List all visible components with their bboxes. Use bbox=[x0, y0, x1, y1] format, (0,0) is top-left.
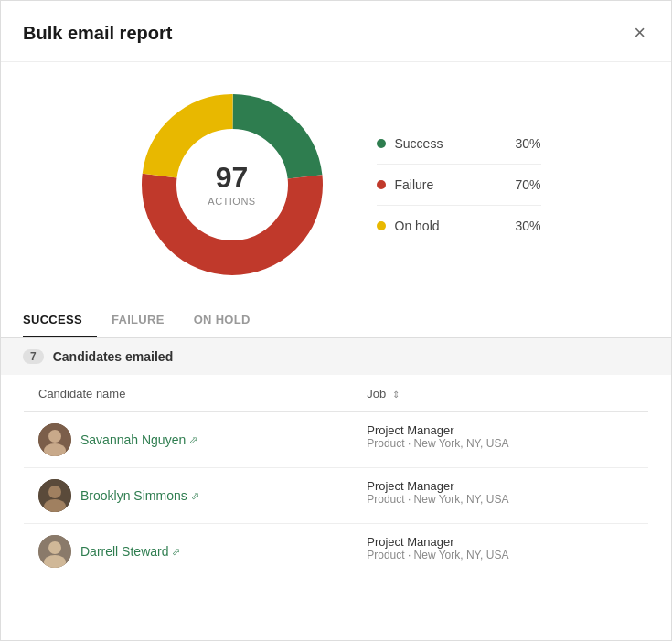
tabs-bar: SUCCESS FAILURE ON HOLD bbox=[1, 304, 671, 338]
chart-legend: Success 30% Failure 70% On hold 30% bbox=[377, 123, 541, 246]
candidate-name-3[interactable]: Darrell Steward ⬀ bbox=[80, 544, 180, 559]
table-row: Brooklyn Simmons ⬀ Project Manager Produ… bbox=[24, 468, 649, 524]
job-title-2: Project Manager bbox=[367, 479, 634, 493]
svg-point-1 bbox=[48, 430, 61, 443]
section-count-badge: 7 bbox=[23, 349, 44, 364]
job-location-1: Product · New York, NY, USA bbox=[367, 437, 634, 450]
job-cell-3: Project Manager Product · New York, NY, … bbox=[352, 524, 648, 580]
tab-onhold[interactable]: ON HOLD bbox=[194, 304, 265, 337]
legend-label-failure: Failure bbox=[395, 177, 492, 192]
legend-label-onhold: On hold bbox=[395, 219, 492, 233]
legend-dot-success bbox=[377, 139, 386, 148]
job-title-3: Project Manager bbox=[367, 535, 634, 549]
job-location-3: Product · New York, NY, USA bbox=[367, 549, 634, 561]
candidate-name-2[interactable]: Brooklyn Simmons ⬀ bbox=[80, 488, 199, 503]
table-header-row: Candidate name Job ⇕ bbox=[24, 376, 649, 412]
legend-pct-onhold: 30% bbox=[515, 219, 540, 233]
legend-item-success: Success 30% bbox=[377, 123, 541, 165]
external-link-icon-2: ⬀ bbox=[191, 490, 199, 502]
table-container: Candidate name Job ⇕ bbox=[1, 375, 671, 580]
candidate-name-1[interactable]: Savannah Nguyen ⬀ bbox=[80, 433, 197, 447]
job-cell-1: Project Manager Product · New York, NY, … bbox=[352, 412, 648, 468]
donut-center: 97 ACTIONS bbox=[208, 163, 255, 207]
chart-section: 97 ACTIONS Success 30% Failure 70% On ho… bbox=[1, 62, 671, 304]
external-link-icon-1: ⬀ bbox=[189, 434, 197, 446]
table-row: Savannah Nguyen ⬀ Project Manager Produc… bbox=[24, 412, 649, 468]
job-location-2: Product · New York, NY, USA bbox=[367, 493, 634, 506]
modal-title: Bulk email report bbox=[23, 23, 172, 44]
donut-chart: 97 ACTIONS bbox=[132, 84, 333, 285]
legend-dot-failure bbox=[377, 180, 386, 189]
tab-failure[interactable]: FAILURE bbox=[112, 304, 179, 337]
svg-point-7 bbox=[48, 541, 61, 554]
candidates-table: Candidate name Job ⇕ bbox=[23, 375, 649, 580]
col-header-name: Candidate name bbox=[24, 376, 353, 412]
legend-item-failure: Failure 70% bbox=[377, 165, 541, 206]
legend-pct-failure: 70% bbox=[515, 177, 540, 192]
modal-header: Bulk email report × bbox=[1, 1, 671, 62]
legend-dot-onhold bbox=[377, 221, 386, 230]
svg-point-4 bbox=[48, 486, 61, 498]
close-button[interactable]: × bbox=[630, 19, 649, 47]
external-link-icon-3: ⬀ bbox=[172, 546, 180, 558]
legend-item-onhold: On hold 30% bbox=[377, 206, 541, 246]
avatar-3 bbox=[38, 535, 71, 568]
job-title-1: Project Manager bbox=[367, 423, 634, 437]
donut-number: 97 bbox=[208, 163, 255, 192]
section-header: 7 Candidates emailed bbox=[1, 338, 671, 375]
job-cell-2: Project Manager Product · New York, NY, … bbox=[352, 468, 648, 524]
donut-label: ACTIONS bbox=[208, 196, 255, 207]
legend-label-success: Success bbox=[395, 136, 492, 151]
sort-icon: ⇕ bbox=[392, 390, 400, 400]
legend-pct-success: 30% bbox=[515, 136, 540, 151]
candidate-cell-2: Brooklyn Simmons ⬀ bbox=[24, 468, 353, 524]
col-header-job[interactable]: Job ⇕ bbox=[352, 376, 648, 412]
candidate-cell-3: Darrell Steward ⬀ bbox=[24, 524, 353, 580]
modal: Bulk email report × bbox=[0, 0, 672, 641]
avatar-1 bbox=[38, 423, 71, 456]
table-row: Darrell Steward ⬀ Project Manager Produc… bbox=[24, 524, 649, 580]
section-label: Candidates emailed bbox=[53, 349, 174, 364]
candidate-cell-1: Savannah Nguyen ⬀ bbox=[24, 412, 353, 468]
tab-success[interactable]: SUCCESS bbox=[23, 304, 97, 337]
avatar-2 bbox=[38, 479, 71, 512]
